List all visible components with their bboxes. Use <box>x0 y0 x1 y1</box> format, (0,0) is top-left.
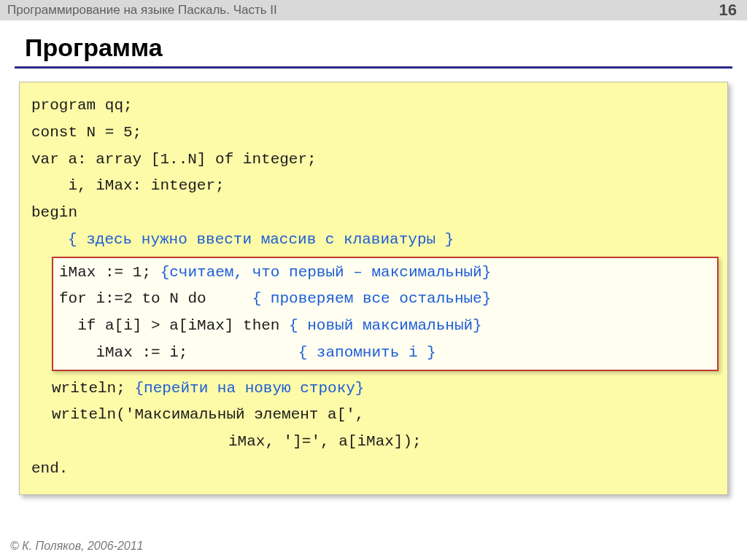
title-underline <box>15 66 732 69</box>
code-line: i, iMax: integer; <box>31 173 716 200</box>
header-title: Программирование на языке Паскаль. Часть… <box>7 3 277 18</box>
slide-title: Программа <box>0 20 747 66</box>
code-line: program qq; <box>31 93 716 120</box>
slide-header: Программирование на языке Паскаль. Часть… <box>0 0 747 20</box>
code-line: begin <box>31 200 716 227</box>
highlighted-code-box: iMax := 1; {считаем, что первый – максим… <box>52 257 719 371</box>
code-line: writeln; {перейти на новую строку} <box>31 376 716 402</box>
code-panel: program qq; const N = 5; var a: array [1… <box>19 82 728 495</box>
footer-copyright: © К. Поляков, 2006-2011 <box>10 540 143 553</box>
code-line: writeln('Максимальный элемент a[', <box>31 402 716 429</box>
code-line: iMax := 1; {считаем, что первый – максим… <box>59 260 711 287</box>
code-line: iMax := i; { запомнить i } <box>59 340 711 367</box>
code-line: var a: array [1..N] of integer; <box>31 147 716 174</box>
page-number: 16 <box>719 1 737 20</box>
code-line: for i:=2 to N do { проверяем все остальн… <box>59 286 711 313</box>
code-comment: { здесь нужно ввести массив с клавиатуры… <box>31 227 716 254</box>
code-line: const N = 5; <box>31 120 716 147</box>
code-line: iMax, ']=', a[iMax]); <box>31 429 716 456</box>
code-line: if a[i] > a[iMax] then { новый максималь… <box>59 313 711 340</box>
code-line: end. <box>31 456 716 483</box>
